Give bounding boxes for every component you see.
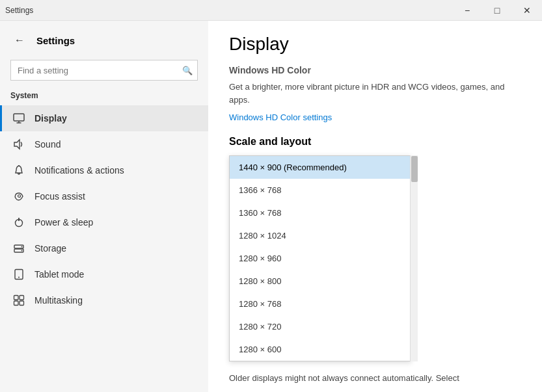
sidebar-item-multitasking[interactable]: Multitasking xyxy=(0,287,208,313)
sidebar-item-focus[interactable]: Focus assist xyxy=(0,183,208,209)
content-area: Display Windows HD Color Get a brighter,… xyxy=(208,21,542,392)
sidebar-item-notifications[interactable]: Notifications & actions xyxy=(0,157,208,183)
svg-rect-15 xyxy=(20,296,24,300)
close-button[interactable]: ✕ xyxy=(512,0,542,21)
svg-point-11 xyxy=(21,250,23,252)
display-icon xyxy=(12,112,25,125)
power-icon xyxy=(12,216,25,229)
minimize-button[interactable]: − xyxy=(452,0,482,21)
titlebar: Settings − □ ✕ xyxy=(0,0,542,21)
search-input[interactable] xyxy=(10,60,198,81)
svg-rect-14 xyxy=(14,296,19,300)
resolution-option-7[interactable]: 1280 × 720 xyxy=(230,315,411,338)
back-button[interactable]: ← xyxy=(10,31,29,49)
maximize-button[interactable]: □ xyxy=(482,0,512,21)
sidebar-item-sound[interactable]: Sound xyxy=(0,131,208,157)
svg-rect-0 xyxy=(14,114,24,121)
sidebar-item-multitasking-label: Multitasking xyxy=(34,295,83,306)
hdr-description: Get a brighter, more vibrant picture in … xyxy=(229,81,521,106)
hdr-link[interactable]: Windows HD Color settings xyxy=(229,112,332,122)
titlebar-left: Settings xyxy=(5,6,33,15)
sidebar-item-notifications-label: Notifications & actions xyxy=(34,165,124,176)
titlebar-controls: − □ ✕ xyxy=(452,0,542,21)
sidebar-item-focus-label: Focus assist xyxy=(34,191,85,202)
sidebar-section-title: System xyxy=(0,88,208,105)
resolution-option-8[interactable]: 1280 × 600 xyxy=(230,338,411,361)
resolution-dropdown-list: 1440 × 900 (Recommended) 1366 × 768 1360… xyxy=(229,155,411,361)
svg-point-5 xyxy=(18,195,21,198)
sidebar-item-display-label: Display xyxy=(34,113,67,124)
sidebar: ← Settings 🔍 System Display xyxy=(0,21,208,392)
sidebar-item-display[interactable]: Display xyxy=(0,105,208,131)
resolution-option-3[interactable]: 1280 × 1024 xyxy=(230,224,411,247)
resolution-option-4[interactable]: 1280 × 960 xyxy=(230,247,411,270)
sidebar-app-title: Settings xyxy=(36,35,75,46)
sidebar-item-storage-label: Storage xyxy=(34,243,66,254)
tablet-icon xyxy=(12,268,25,281)
resolution-option-5[interactable]: 1280 × 800 xyxy=(230,270,411,293)
multitasking-icon xyxy=(12,294,25,307)
sidebar-item-storage[interactable]: Storage xyxy=(0,235,208,261)
sidebar-item-power[interactable]: Power & sleep xyxy=(0,209,208,235)
svg-marker-3 xyxy=(14,140,20,149)
hdr-subtitle: Windows HD Color xyxy=(229,65,521,75)
titlebar-title: Settings xyxy=(5,6,33,15)
notifications-icon xyxy=(12,164,25,177)
main-layout: ← Settings 🔍 System Display xyxy=(0,21,542,392)
focus-icon xyxy=(12,190,25,203)
svg-rect-16 xyxy=(14,301,19,306)
page-title: Display xyxy=(229,34,521,55)
dropdown-scrollbar[interactable] xyxy=(410,155,418,361)
resolution-option-6[interactable]: 1280 × 768 xyxy=(230,293,411,315)
resolution-dropdown: 1440 × 900 (Recommended) 1366 × 768 1360… xyxy=(229,155,418,361)
svg-point-10 xyxy=(21,246,23,248)
search-box: 🔍 xyxy=(10,60,198,81)
bottom-description: Older displays might not always connect … xyxy=(229,372,521,385)
sidebar-item-power-label: Power & sleep xyxy=(34,217,93,228)
storage-icon xyxy=(12,242,25,255)
scrollbar-thumb[interactable] xyxy=(411,156,418,182)
resolution-option-1[interactable]: 1366 × 768 xyxy=(230,179,411,202)
resolution-option-2[interactable]: 1360 × 768 xyxy=(230,202,411,224)
sidebar-item-sound-label: Sound xyxy=(34,139,61,150)
sound-icon xyxy=(12,138,25,151)
scale-layout-heading: Scale and layout xyxy=(229,136,521,148)
sidebar-item-tablet-label: Tablet mode xyxy=(34,269,84,280)
resolution-option-0[interactable]: 1440 × 900 (Recommended) xyxy=(230,156,411,179)
svg-rect-17 xyxy=(20,301,24,306)
sidebar-header: ← Settings xyxy=(0,21,208,55)
sidebar-item-tablet[interactable]: Tablet mode xyxy=(0,261,208,287)
